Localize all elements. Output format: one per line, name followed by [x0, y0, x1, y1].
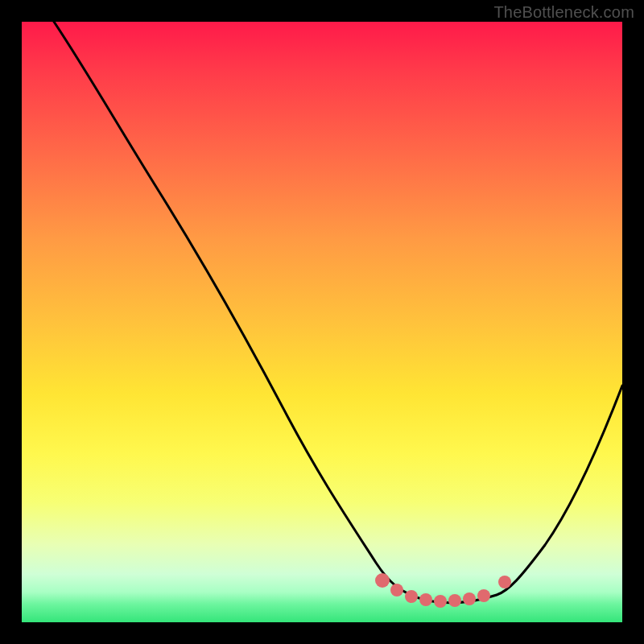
valley-markers — [375, 573, 511, 608]
marker-dot — [448, 594, 461, 607]
marker-dot — [434, 595, 447, 608]
marker-dot — [375, 573, 390, 588]
marker-dot — [463, 592, 476, 605]
chart-svg — [22, 22, 622, 622]
marker-dot — [390, 584, 403, 597]
chart-plot-area — [22, 22, 622, 622]
chart-frame: TheBottleneck.com — [0, 0, 644, 644]
marker-dot — [477, 589, 490, 602]
marker-dot — [498, 576, 511, 588]
marker-dot — [419, 593, 432, 606]
curve-line — [54, 22, 622, 603]
watermark-text: TheBottleneck.com — [493, 3, 634, 22]
marker-dot — [405, 590, 418, 603]
